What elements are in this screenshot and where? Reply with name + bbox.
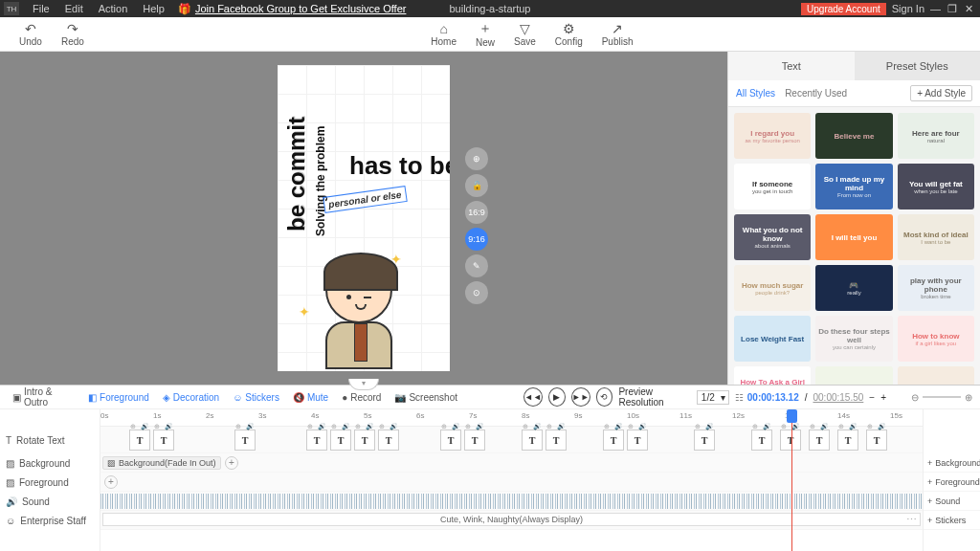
text-track[interactable]: ⊕🔊T⊕🔊T⊕🔊T⊕🔊T⊕🔊T⊕🔊T⊕🔊T⊕🔊T⊕🔊T⊕🔊T⊕🔊T⊕🔊T⊕🔊T⊕…	[100, 427, 923, 453]
style-card[interactable]: Most kind of idealI want to be	[898, 214, 974, 260]
config-button[interactable]: ⚙Config	[546, 21, 592, 47]
maximize-icon[interactable]: ❐	[947, 3, 959, 14]
style-card[interactable]: Do these four steps wellyou can certainl…	[815, 316, 892, 362]
playhead[interactable]	[791, 409, 792, 551]
style-card[interactable]: Believe me	[815, 113, 892, 159]
more-icon[interactable]: ⋯	[906, 514, 917, 526]
lock-tool[interactable]: 🔓	[465, 174, 488, 197]
canvas-text-2[interactable]: be commit	[283, 117, 310, 231]
text-clip[interactable]: ⊕🔊T	[129, 430, 150, 451]
style-card[interactable]: How To Be Healthy	[898, 366, 974, 385]
add-sound-button[interactable]: + Sound	[924, 492, 980, 511]
pen-tool[interactable]: ✎	[465, 254, 488, 277]
staff-track[interactable]: Cute, Wink, Naughty(Always Display) ⋯	[100, 511, 923, 530]
menu-help[interactable]: Help	[135, 3, 172, 14]
text-clip[interactable]: ⊕🔊T	[627, 430, 648, 451]
undo-button[interactable]: ↶Undo	[10, 21, 52, 47]
publish-button[interactable]: ↗Publish	[592, 21, 643, 47]
text-clip[interactable]: ⊕🔊T	[464, 430, 485, 451]
text-clip[interactable]: ⊕🔊T	[809, 430, 830, 451]
prev-button[interactable]: ◄◄	[523, 387, 543, 407]
foreground-track[interactable]: +	[100, 473, 923, 492]
style-card[interactable]: If someoneyou get in touch	[734, 164, 811, 209]
style-card[interactable]: How to knowif a girl likes you	[898, 316, 974, 362]
promo-link[interactable]: Join Facebook Group to Get Exclusivce Of…	[195, 3, 407, 14]
style-card[interactable]: play with your phonebroken time	[898, 265, 974, 311]
subtab-recently-used[interactable]: Recently Used	[785, 88, 847, 99]
text-clip[interactable]: ⊕🔊T	[603, 430, 624, 451]
style-card[interactable]: Here are fournatural	[898, 113, 974, 159]
foreground-button[interactable]: ◧ Foreground	[83, 392, 154, 403]
track-label-foreground[interactable]: ▨Foreground	[0, 473, 100, 492]
track-label-background[interactable]: ▨Background	[0, 453, 100, 473]
ratio-9-16[interactable]: 9:16	[465, 228, 488, 251]
minimize-icon[interactable]: —	[930, 3, 942, 14]
time-minus[interactable]: −	[869, 392, 875, 403]
zoom-in-icon[interactable]: ⊕	[965, 392, 972, 403]
style-card[interactable]: 🎮really	[815, 265, 892, 311]
style-card[interactable]: How To Ask a Girl OutAsking her in perso…	[734, 366, 811, 385]
add-background-button[interactable]: + Background	[924, 453, 980, 473]
canvas-text-4[interactable]: has to be	[349, 151, 450, 181]
style-card[interactable]: So I made up my mindFrom now on	[815, 164, 892, 209]
close-icon[interactable]: ✕	[965, 3, 976, 14]
tab-text[interactable]: Text	[728, 52, 855, 80]
text-clip[interactable]: ⊕🔊T	[694, 430, 715, 451]
text-clip[interactable]: ⊕🔊T	[306, 430, 327, 451]
style-card[interactable]: I regard youas my favorite person	[734, 113, 811, 159]
text-clip[interactable]: ⊕🔊T	[440, 430, 461, 451]
style-card[interactable]: You will get fatwhen you be late	[898, 164, 974, 209]
redo-button[interactable]: ↷Redo	[52, 21, 94, 47]
add-bg-button[interactable]: +	[225, 456, 238, 470]
text-clip[interactable]: ⊕🔊T	[866, 430, 887, 451]
signin-button[interactable]: Sign In	[892, 3, 924, 14]
style-card[interactable]: How much sugarpeople drink?	[734, 265, 811, 311]
background-clip[interactable]: ▨Background(Fade In Out)	[102, 456, 221, 470]
play-button[interactable]: ▶	[548, 387, 566, 407]
time-total[interactable]: 00:00:15.50	[813, 392, 863, 403]
layers-icon[interactable]: ☷	[735, 392, 744, 403]
staff-clip[interactable]: Cute, Wink, Naughty(Always Display)	[102, 513, 921, 526]
style-card[interactable]: What you do not knowabout animals	[734, 214, 811, 260]
add-stickers-button[interactable]: + Stickers	[924, 511, 980, 530]
time-plus[interactable]: +	[880, 392, 886, 403]
subtab-all-styles[interactable]: All Styles	[736, 88, 775, 99]
style-card[interactable]: I will tell you	[815, 214, 892, 260]
canvas-area[interactable]: and you hav be commit Solving the proble…	[0, 52, 727, 385]
menu-edit[interactable]: Edit	[57, 3, 91, 14]
menu-file[interactable]: File	[25, 3, 57, 14]
record-button[interactable]: ● Record	[337, 392, 386, 403]
settings-tool[interactable]: ⊙	[465, 281, 488, 304]
preview-res-select[interactable]: 1/2	[697, 390, 729, 405]
background-track[interactable]: ▨Background(Fade In Out) +	[100, 453, 923, 473]
fit-tool[interactable]: ⊕	[465, 147, 488, 170]
text-clip[interactable]: ⊕🔊T	[153, 430, 174, 451]
canvas-text-3[interactable]: Solving the problem	[314, 126, 327, 236]
add-style-button[interactable]: + Add Style	[910, 85, 972, 101]
text-clip[interactable]: ⊕🔊T	[378, 430, 399, 451]
character-sticker[interactable]: ✦✦	[306, 256, 412, 371]
menu-action[interactable]: Action	[91, 3, 136, 14]
text-clip[interactable]: ⊕🔊T	[546, 430, 567, 451]
stickers-button[interactable]: ☺ Stickers	[228, 392, 284, 403]
text-clip[interactable]: ⊕🔊T	[234, 430, 256, 451]
canvas[interactable]: and you hav be commit Solving the proble…	[278, 65, 450, 371]
decoration-button[interactable]: ◈ Decoration	[158, 392, 224, 403]
track-label-staff[interactable]: ☺Enterprise Staff	[0, 511, 100, 530]
loop-button[interactable]: ⟲	[596, 387, 613, 407]
track-label-text[interactable]: TRotate Text	[0, 427, 100, 453]
text-clip[interactable]: ⊕🔊T	[780, 430, 801, 451]
style-card[interactable]: Lose Weight Fast	[734, 316, 811, 362]
text-clip[interactable]: ⊕🔊T	[522, 430, 543, 451]
mute-button[interactable]: 🔇 Mute	[288, 392, 333, 403]
track-label-sound[interactable]: 🔊Sound	[0, 492, 100, 511]
text-clip[interactable]: ⊕🔊T	[354, 430, 375, 451]
add-fg-button[interactable]: +	[104, 475, 118, 489]
text-clip[interactable]: ⊕🔊T	[330, 430, 351, 451]
tab-preset-styles[interactable]: Preset Styles	[855, 52, 981, 80]
style-card[interactable]: how to live free?Worry Less	[815, 366, 892, 385]
screenshot-button[interactable]: 📷 Screenshot	[390, 392, 462, 403]
add-foreground-button[interactable]: + Foreground	[924, 473, 980, 492]
zoom-slider[interactable]	[923, 396, 961, 398]
save-button[interactable]: ▽Save	[504, 21, 546, 47]
